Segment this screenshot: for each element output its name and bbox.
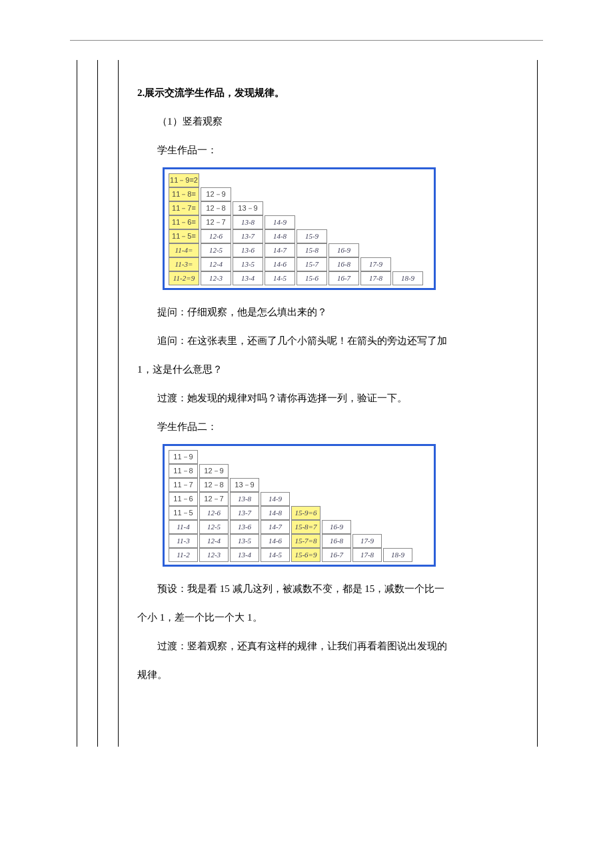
table-cell: 13-4 xyxy=(233,271,263,285)
table-cell: 11－7= xyxy=(169,201,199,215)
transition-2-line1: 过渡：竖着观察，还真有这样的规律，让我们再看着图说出发现的 xyxy=(137,633,518,659)
table-cell: 16-9 xyxy=(328,243,359,257)
table-cell: 18-9 xyxy=(383,548,412,562)
table-cell: 11-2 xyxy=(169,548,198,562)
table-cell: 12－9 xyxy=(201,187,231,201)
table-cell: 11－5 xyxy=(169,506,198,520)
table-cell: 14-9 xyxy=(261,492,290,506)
table-cell: 11－6= xyxy=(169,215,199,229)
table-row: 11－812－9 xyxy=(169,464,430,478)
preset-line2: 个小 1，差一个比一个大 1。 xyxy=(137,605,518,631)
question-1: 提问：仔细观察，他是怎么填出来的？ xyxy=(137,299,518,325)
table-cell: 11－6 xyxy=(169,492,198,506)
table-cell: 14-7 xyxy=(261,520,290,534)
table-cell: 12-5 xyxy=(201,243,231,257)
table-cell: 12-4 xyxy=(201,257,231,271)
table-cell: 13-5 xyxy=(230,534,259,548)
table-row: 11－9=2 xyxy=(169,173,430,187)
table-cell: 13-5 xyxy=(233,257,263,271)
table-cell: 17-8 xyxy=(352,548,382,562)
sub-heading-1: （1）竖着观察 xyxy=(137,109,518,135)
table-cell: 11－7 xyxy=(169,478,198,492)
column-a xyxy=(77,60,98,747)
table-cell: 14-5 xyxy=(261,548,290,562)
work1-label: 学生作品一： xyxy=(137,137,518,163)
top-rule xyxy=(70,40,543,41)
table-row: 11－8=12－9 xyxy=(169,187,430,201)
content-column: 2.展示交流学生作品，发现规律。 （1）竖着观察 学生作品一： 11－9=211… xyxy=(119,60,537,747)
work2-label: 学生作品二： xyxy=(137,414,518,440)
table-cell: 13-7 xyxy=(230,506,259,520)
table-cell: 11-3= xyxy=(169,257,199,271)
table-cell: 12-4 xyxy=(199,534,229,548)
table-row: 11－9 xyxy=(169,450,430,464)
table-cell: 11-4= xyxy=(169,243,199,257)
table-row: 11-412-513-614-715-8=716-9 xyxy=(169,520,430,534)
table-cell: 15-8=7 xyxy=(291,520,320,534)
table-cell: 11－9 xyxy=(169,450,198,464)
table-row: 11－512-613-714-815-9=6 xyxy=(169,506,430,520)
table-cell: 14-6 xyxy=(261,534,290,548)
student-work-1-table: 11－9=211－8=12－911－7=12－813－911－6=12－713-… xyxy=(163,167,436,290)
table-cell: 11－8= xyxy=(169,187,199,201)
table-cell: 16-8 xyxy=(322,534,351,548)
table-cell: 13-4 xyxy=(230,548,259,562)
table-cell: 11－5= xyxy=(169,229,199,243)
table-cell: 13-6 xyxy=(230,520,259,534)
table-row: 11-4=12-513-614-715-816-9 xyxy=(169,243,430,257)
table-cell: 16-7 xyxy=(322,548,351,562)
table-cell: 14-5 xyxy=(265,271,295,285)
student-work-2-table: 11－911－812－911－712－813－911－612－713-814-9… xyxy=(163,444,436,567)
table-cell: 11-4 xyxy=(169,520,198,534)
table-cell: 12-3 xyxy=(201,271,231,285)
table-cell: 13-7 xyxy=(233,229,263,243)
table-row: 11－6=12－713-814-9 xyxy=(169,215,430,229)
table-cell: 13－9 xyxy=(233,201,263,215)
table-row: 11－5=12-613-714-815-9 xyxy=(169,229,430,243)
table-cell: 11-2=9 xyxy=(169,271,199,285)
table-cell: 14-8 xyxy=(261,506,290,520)
table-cell: 18-9 xyxy=(392,271,423,285)
table-cell: 15-8 xyxy=(297,243,327,257)
table-cell: 16-7 xyxy=(328,271,359,285)
transition-1: 过渡：她发现的规律对吗？请你再选择一列，验证一下。 xyxy=(137,385,518,411)
table-cell: 13-8 xyxy=(233,215,263,229)
table-cell: 17-8 xyxy=(360,271,391,285)
table-cell: 14-6 xyxy=(265,257,295,271)
table-row: 11-212-313-414-515-6=916-717-818-9 xyxy=(169,548,430,562)
table-cell: 11-3 xyxy=(169,534,198,548)
table-cell: 12－8 xyxy=(199,478,229,492)
question-2-line1: 追问：在这张表里，还画了几个小箭头呢！在箭头的旁边还写了加 xyxy=(137,328,518,354)
section-heading: 2.展示交流学生作品，发现规律。 xyxy=(137,80,518,106)
preset-line1: 预设：我是看 15 减几这列，被减数不变，都是 15，减数一个比一 xyxy=(137,576,518,602)
table-row: 11-2=912-313-414-515-616-717-818-9 xyxy=(169,271,430,285)
table-row: 11-312-413-514-615-7=816-817-9 xyxy=(169,534,430,548)
table-row: 11－7=12－813－9 xyxy=(169,201,430,215)
column-b xyxy=(98,60,119,747)
table-cell: 12-5 xyxy=(199,520,229,534)
table-cell: 12-6 xyxy=(201,229,231,243)
table-row: 11-3=12-413-514-615-716-817-9 xyxy=(169,257,430,271)
table-cell: 16-8 xyxy=(328,257,359,271)
table-cell: 14-7 xyxy=(265,243,295,257)
table-cell: 13-6 xyxy=(233,243,263,257)
table-cell: 15-6=9 xyxy=(291,548,320,562)
table-cell: 12－8 xyxy=(201,201,231,215)
table-cell: 15-9=6 xyxy=(291,506,320,520)
table-cell: 12-6 xyxy=(199,506,229,520)
table-cell: 14-8 xyxy=(265,229,295,243)
page-frame: 2.展示交流学生作品，发现规律。 （1）竖着观察 学生作品一： 11－9=211… xyxy=(77,60,538,747)
table-cell: 12－7 xyxy=(201,215,231,229)
transition-2-line2: 规律。 xyxy=(137,662,518,688)
table-cell: 13-8 xyxy=(230,492,259,506)
table-cell: 11－8 xyxy=(169,464,198,478)
table-cell: 15-7=8 xyxy=(291,534,320,548)
table-cell: 16-9 xyxy=(322,520,351,534)
table-cell: 15-6 xyxy=(297,271,327,285)
table-row: 11－712－813－9 xyxy=(169,478,430,492)
table-cell: 17-9 xyxy=(360,257,391,271)
table-cell: 17-9 xyxy=(352,534,382,548)
table-cell: 15-7 xyxy=(297,257,327,271)
table-cell: 12－7 xyxy=(199,492,229,506)
question-2-line2: 1，这是什么意思？ xyxy=(137,357,518,383)
